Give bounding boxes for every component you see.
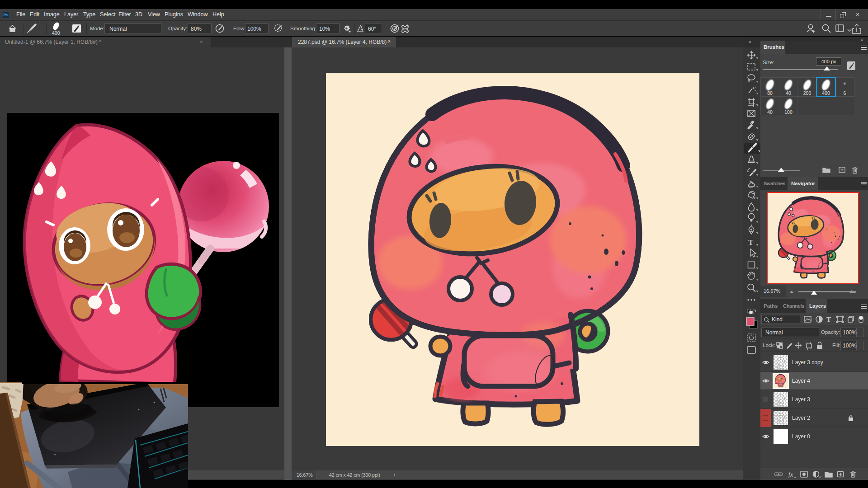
svg-text:400: 400 xyxy=(52,30,60,36)
svg-text:fx: fx xyxy=(788,471,793,478)
svg-text:40: 40 xyxy=(786,90,791,96)
svg-text:200: 200 xyxy=(803,90,811,96)
svg-text:T: T xyxy=(748,238,754,247)
svg-text:T: T xyxy=(826,316,831,323)
svg-text:80: 80 xyxy=(767,90,773,96)
svg-text:100: 100 xyxy=(784,109,793,115)
svg-text:400: 400 xyxy=(822,90,830,96)
svg-text:6: 6 xyxy=(844,90,846,96)
svg-text:40: 40 xyxy=(767,109,773,115)
